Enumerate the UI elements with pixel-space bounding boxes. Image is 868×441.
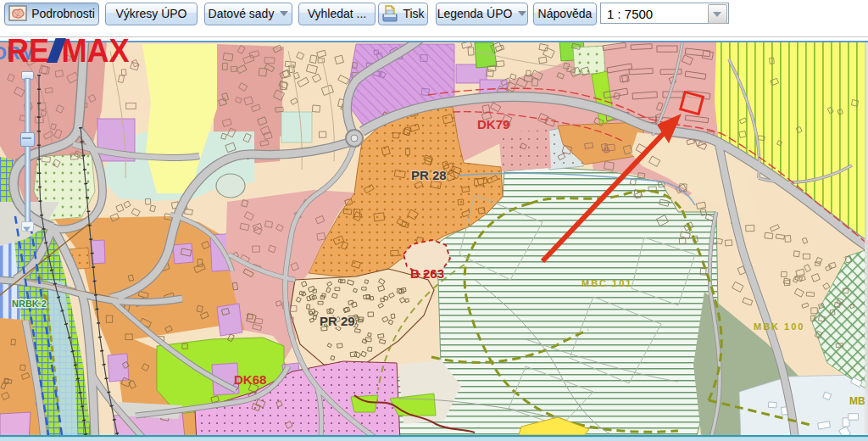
svg-text:MBC 101: MBC 101	[581, 278, 632, 288]
svg-text:MBK 100: MBK 100	[754, 321, 804, 332]
svg-text:DK68: DK68	[234, 372, 266, 387]
svg-text:NRBK 2: NRBK 2	[12, 299, 47, 309]
svg-text:PR 29: PR 29	[320, 314, 355, 328]
svg-text:PR 28: PR 28	[411, 168, 447, 182]
svg-text:DK79: DK79	[477, 117, 509, 131]
svg-text:B 263: B 263	[410, 266, 444, 281]
svg-text:MB: MB	[849, 395, 865, 407]
